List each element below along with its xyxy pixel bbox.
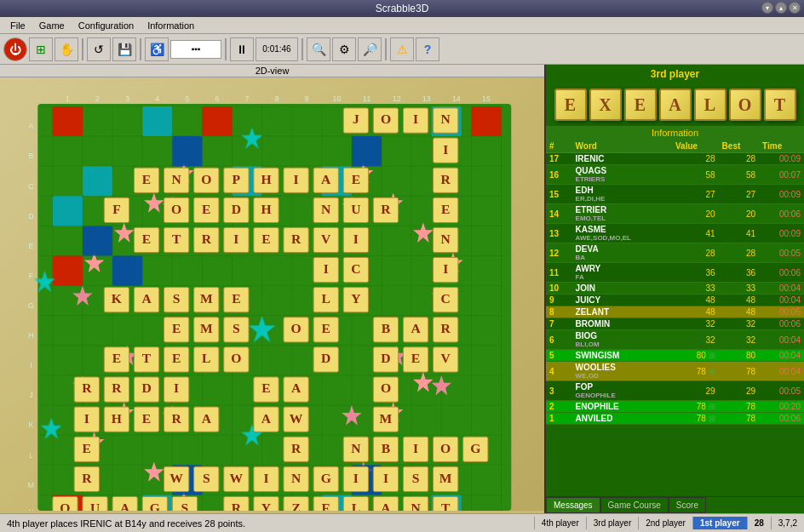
menu-game[interactable]: Game	[32, 19, 72, 32]
cell-word: KASME AWE,SOD,MO,EL	[572, 224, 672, 243]
save-button[interactable]: 💾	[112, 37, 136, 61]
cell-word: ZELANT	[572, 306, 672, 318]
svg-text:P: P	[233, 172, 241, 186]
alert-button[interactable]: ⚠	[390, 37, 414, 61]
cell-word: BROMIN	[572, 318, 672, 330]
cell-best: 32	[719, 330, 760, 350]
table-row[interactable]: 11 AWRY FA 36 36 00:06	[546, 263, 804, 283]
cell-best: 28	[719, 243, 760, 263]
pause-button[interactable]: ⏸	[230, 37, 254, 61]
refresh-button[interactable]: ↺	[87, 37, 111, 61]
svg-text:G: G	[321, 471, 331, 485]
zoom-in-button[interactable]: 🔎	[358, 37, 382, 61]
svg-text:S: S	[233, 321, 240, 335]
cell-value: 28	[672, 243, 719, 263]
table-row[interactable]: 2 ENOPHILE 78 ⊞ 78 00:20	[546, 401, 804, 413]
table-row[interactable]: 14 ETRIER EMO,TEL 20 20 00:06	[546, 204, 804, 224]
cell-time: 00:09	[759, 224, 804, 243]
svg-text:A: A	[321, 172, 331, 186]
rack-tile-6[interactable]: T	[764, 89, 796, 121]
table-row[interactable]: 9 JUICY 48 48 00:04	[546, 295, 804, 306]
svg-rect-62	[202, 106, 232, 136]
svg-text:E: E	[232, 291, 240, 306]
svg-text:S: S	[181, 501, 189, 511]
table-row[interactable]: 5 SWINGISM 80 ⊞ 80 00:04	[546, 350, 804, 362]
col-value: Value	[672, 140, 719, 153]
help-button[interactable]: ?	[416, 37, 439, 61]
table-row[interactable]: 8 ZELANT 48 48 00:05	[546, 306, 804, 318]
cell-time: 00:06	[759, 263, 804, 283]
svg-text:O: O	[440, 441, 451, 455]
hand-button[interactable]: ✋	[55, 37, 78, 61]
toolbar: ⏻ ⊞ ✋ ↺ 💾 ♿ ▪▪▪ ⏸ 0:01:46 🔍 ⚙ 🔎 ⚠ ?	[0, 34, 804, 65]
table-row[interactable]: 15 EDH ER,DI,HE 27 27 00:09	[546, 185, 804, 204]
table-row[interactable]: 6 BIOG BLI,OM 32 32 00:04	[546, 330, 804, 350]
close-button[interactable]: ✕	[789, 2, 801, 14]
tab-game-course[interactable]: Game Course	[600, 497, 669, 513]
window-title: Scrabble3D	[376, 3, 429, 14]
rack-tile-2[interactable]: E	[624, 89, 657, 121]
board-container[interactable]: 123 456 789 101112 131415 ABC DEF GHI JK…	[0, 77, 544, 511]
svg-text:B: B	[29, 152, 34, 160]
svg-text:K: K	[112, 291, 122, 306]
cell-value: 36	[672, 263, 719, 283]
tab-score[interactable]: Score	[669, 497, 706, 513]
table-row[interactable]: 13 KASME AWE,SOD,MO,EL 41 41 00:09	[546, 224, 804, 243]
scrabble-board-svg[interactable]: 123 456 789 101112 131415 ABC DEF GHI JK…	[13, 86, 520, 511]
rack-tile-5[interactable]: O	[729, 89, 761, 121]
maximize-button[interactable]: ▴	[775, 2, 787, 14]
cell-best: 41	[719, 224, 760, 243]
cell-time: 00:04	[759, 295, 804, 306]
cell-value: 78 ⊞	[672, 413, 719, 425]
svg-text:5: 5	[185, 94, 189, 103]
minimize-button[interactable]: ▾	[761, 2, 773, 14]
power-button[interactable]: ⏻	[3, 37, 27, 61]
table-row[interactable]: 12 DEVA BA 28 28 00:05	[546, 243, 804, 263]
cell-time: 00:09	[759, 185, 804, 204]
table-row[interactable]: 16 QUAGS ETRIERS 58 58 00:07	[546, 165, 804, 185]
cell-value: 48	[672, 306, 719, 318]
info-section[interactable]: Information # Word Value Best Time 17 IR…	[546, 126, 804, 496]
table-row[interactable]: 3 FOP GENOPHILE 29 29 00:05	[546, 381, 804, 401]
rack-tile-0[interactable]: E	[554, 89, 587, 121]
svg-text:L: L	[202, 351, 210, 365]
rack-tile-3[interactable]: A	[659, 89, 692, 121]
mode-dropdown[interactable]: ▪▪▪	[170, 40, 221, 59]
svg-text:4: 4	[155, 94, 159, 103]
menu-file[interactable]: File	[3, 19, 32, 32]
status-player-4[interactable]: 4th player	[534, 517, 586, 529]
cell-word: AWRY FA	[572, 263, 672, 283]
cell-num: 7	[546, 318, 572, 330]
svg-text:E: E	[261, 380, 270, 395]
svg-text:H: H	[112, 411, 122, 426]
menu-information[interactable]: Information	[141, 19, 201, 32]
svg-text:E: E	[142, 232, 151, 246]
tab-messages[interactable]: Messages	[546, 497, 600, 513]
rack-tile-1[interactable]: X	[589, 89, 622, 121]
col-word: Word	[572, 140, 672, 153]
svg-text:E: E	[322, 501, 330, 511]
settings-button[interactable]: ⚙	[332, 37, 356, 61]
grid-button[interactable]: ⊞	[29, 37, 53, 61]
status-player-3[interactable]: 3rd player	[586, 517, 638, 529]
accessibility-button[interactable]: ♿	[145, 37, 169, 61]
sep1	[82, 38, 83, 60]
svg-text:O: O	[171, 202, 181, 216]
table-row[interactable]: 10 JOIN 33 33 00:04	[546, 283, 804, 295]
status-coords: 3,7,2	[771, 517, 804, 529]
table-row[interactable]: 17 IRENIC 28 28 00:09	[546, 153, 804, 165]
status-player-1[interactable]: 1st player	[692, 517, 747, 529]
info-tbody: 17 IRENIC 28 28 00:09 16 QUAGS ETRIERS 5…	[546, 153, 804, 425]
svg-text:R: R	[112, 380, 122, 395]
table-row[interactable]: 1 ANVILED 78 ⊞ 78 00:06	[546, 413, 804, 425]
status-player-2[interactable]: 2nd player	[638, 517, 692, 529]
rack-tile-4[interactable]: L	[694, 89, 726, 121]
table-row[interactable]: 7 BROMIN 32 32 00:06	[546, 318, 804, 330]
svg-text:U: U	[90, 501, 100, 511]
menu-configuration[interactable]: Configuration	[72, 19, 141, 32]
svg-text:H: H	[261, 202, 271, 216]
svg-text:C: C	[441, 291, 451, 306]
zoom-button[interactable]: 🔍	[307, 37, 330, 61]
table-row[interactable]: 4 WOOLIES WE,OD 78 ⊞ 78 00:04	[546, 362, 804, 381]
svg-text:N: N	[441, 232, 451, 246]
